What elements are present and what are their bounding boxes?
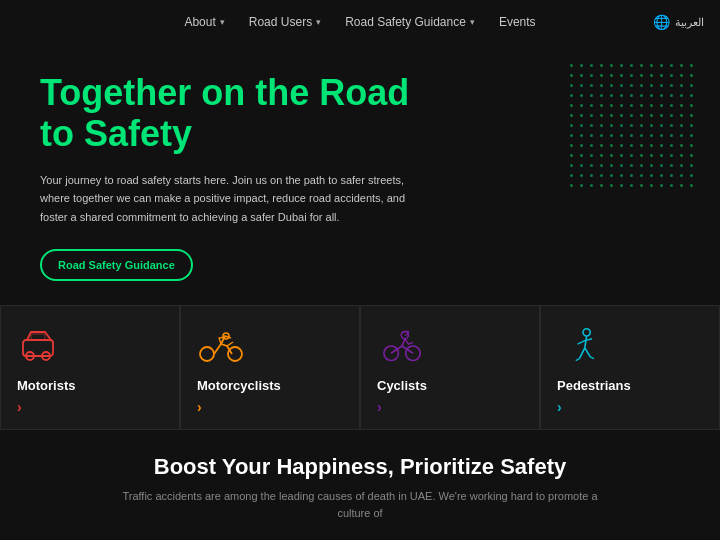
cyclists-label: Cyclists xyxy=(377,378,523,393)
road-users-cards: Motorists › Motorcyclists › xyxy=(0,305,720,430)
nav-center: About ▾ Road Users ▾ Road Safety Guidanc… xyxy=(184,15,535,29)
cyclists-icon xyxy=(377,324,523,368)
bottom-subtitle: Traffic accidents are among the leading … xyxy=(110,488,610,523)
svg-line-11 xyxy=(585,336,587,348)
svg-point-8 xyxy=(406,346,421,361)
svg-point-10 xyxy=(583,329,590,336)
card-pedestrians[interactable]: Pedestrians › xyxy=(540,305,720,430)
cyclists-arrow[interactable]: › xyxy=(377,399,523,415)
cta-button[interactable]: Road Safety Guidance xyxy=(40,249,193,281)
bottom-section: Boost Your Happiness, Prioritize Safety … xyxy=(0,430,720,533)
globe-icon: 🌐 xyxy=(653,14,670,30)
dot-grid-decoration xyxy=(570,64,700,224)
motorists-icon xyxy=(17,324,163,368)
hero-section: Together on the Road to Safety Your jour… xyxy=(0,44,720,301)
nav-road-safety[interactable]: Road Safety Guidance ▾ xyxy=(345,15,475,29)
pedestrians-icon xyxy=(557,324,703,368)
motorists-arrow[interactable]: › xyxy=(17,399,163,415)
motorcyclists-arrow[interactable]: › xyxy=(197,399,343,415)
nav-road-users[interactable]: Road Users ▾ xyxy=(249,15,321,29)
svg-point-7 xyxy=(384,346,399,361)
motorists-label: Motorists xyxy=(17,378,163,393)
svg-point-4 xyxy=(200,347,214,361)
chevron-down-icon: ▾ xyxy=(470,17,475,27)
chevron-down-icon: ▾ xyxy=(220,17,225,27)
motorcyclists-label: Motorcyclists xyxy=(197,378,343,393)
pedestrians-arrow[interactable]: › xyxy=(557,399,703,415)
card-motorcyclists[interactable]: Motorcyclists › xyxy=(180,305,360,430)
pedestrians-label: Pedestrians xyxy=(557,378,703,393)
nav-about[interactable]: About ▾ xyxy=(184,15,224,29)
hero-subtitle: Your journey to road safety starts here.… xyxy=(40,171,410,227)
hero-title: Together on the Road to Safety xyxy=(40,72,420,155)
card-motorists[interactable]: Motorists › xyxy=(0,305,180,430)
nav-events[interactable]: Events xyxy=(499,15,536,29)
language-selector[interactable]: 🌐 العربية xyxy=(653,14,704,30)
chevron-down-icon: ▾ xyxy=(316,17,321,27)
motorcyclists-icon xyxy=(197,324,343,368)
navbar: About ▾ Road Users ▾ Road Safety Guidanc… xyxy=(0,0,720,44)
card-cyclists[interactable]: Cyclists › xyxy=(360,305,540,430)
svg-point-5 xyxy=(228,347,242,361)
bottom-title: Boost Your Happiness, Prioritize Safety xyxy=(40,454,680,480)
